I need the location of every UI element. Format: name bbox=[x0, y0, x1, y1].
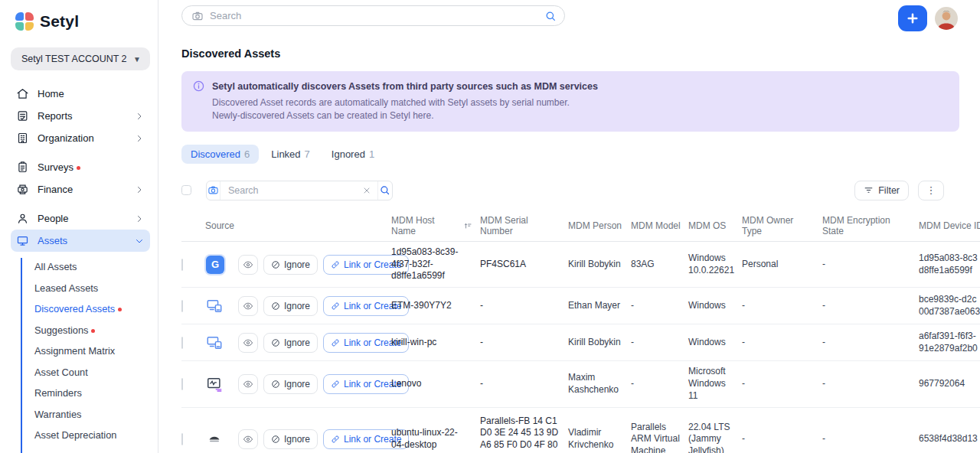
cell-encryption: - bbox=[822, 295, 919, 317]
sidebar-item-assets[interactable]: Assets bbox=[11, 230, 150, 252]
sidebar-item-label: Assets bbox=[38, 235, 67, 246]
sidebar-item-discovered-assets[interactable]: Discovered Assets bbox=[34, 298, 150, 320]
view-button[interactable] bbox=[238, 429, 258, 449]
col-person[interactable]: MDM Person bbox=[568, 220, 631, 231]
sidebar-item-asset-count[interactable]: Asset Count bbox=[34, 362, 150, 383]
account-name: Setyl TEST ACCOUNT 2 bbox=[21, 54, 127, 64]
chevron-right-icon bbox=[135, 214, 144, 223]
ignore-button[interactable]: Ignore bbox=[263, 333, 318, 353]
chevron-down-icon bbox=[135, 236, 144, 246]
cell-device-id: 6538f4d38d13 bbox=[919, 429, 980, 450]
banner-line-2: Discovered Asset records are automatical… bbox=[212, 96, 947, 109]
table-search[interactable] bbox=[206, 181, 393, 200]
surveys-icon bbox=[16, 161, 29, 174]
sidebar-item-surveys[interactable]: Surveys bbox=[11, 156, 150, 178]
global-search-input[interactable] bbox=[210, 10, 538, 21]
col-model[interactable]: MDM Model bbox=[631, 220, 688, 231]
banner-line-3: Newly-discovered Assets can be created i… bbox=[212, 109, 947, 122]
row-checkbox[interactable] bbox=[181, 337, 183, 349]
sidebar-item-label: Surveys bbox=[38, 161, 74, 173]
sidebar-item-organization[interactable]: Organization bbox=[11, 127, 150, 149]
global-search[interactable] bbox=[181, 5, 565, 26]
cell-owner: - bbox=[742, 295, 822, 317]
clear-search-icon[interactable] bbox=[356, 186, 377, 195]
google-g-icon: G bbox=[206, 256, 224, 274]
col-encryption-state[interactable]: MDM Encryption State bbox=[822, 215, 919, 236]
account-selector[interactable]: Setyl TEST ACCOUNT 2 ▼ bbox=[11, 47, 150, 70]
cell-model: Parallels ARM Virtual Machine bbox=[631, 417, 688, 453]
cell-owner: - bbox=[742, 373, 822, 395]
row-checkbox[interactable] bbox=[181, 433, 183, 445]
cell-device-id: 967792064 bbox=[919, 373, 980, 395]
linked-devices-icon bbox=[206, 298, 223, 314]
sidebar-item-asset-useful-lifecycle[interactable]: Asset Useful Lifecycle bbox=[34, 446, 150, 453]
ignore-button[interactable]: Ignore bbox=[263, 296, 318, 316]
col-host[interactable]: MDM Host Name bbox=[391, 215, 480, 236]
tab-count: 7 bbox=[305, 148, 310, 160]
sidebar-item-all-assets[interactable]: All Assets bbox=[34, 256, 150, 278]
cell-device-id: a6faf391-f6f3- 91e2879af2b0 bbox=[919, 326, 980, 360]
slash-circle-icon bbox=[271, 380, 280, 389]
sidebar-item-suggestions[interactable]: Suggestions bbox=[34, 320, 150, 341]
search-icon[interactable] bbox=[544, 10, 557, 22]
notification-dot bbox=[91, 329, 95, 333]
table-row: Ignore Link or Create Lenovo - Maxim Kas… bbox=[181, 361, 980, 407]
add-button[interactable] bbox=[898, 5, 927, 31]
tab-bar: Discovered6 Linked7 Ignored1 bbox=[181, 145, 980, 164]
sidebar-item-label: Finance bbox=[38, 184, 73, 195]
cell-os: 22.04 LTS (Jammy Jellyfish) bbox=[688, 417, 742, 453]
view-button[interactable] bbox=[238, 255, 258, 275]
cell-encryption: - bbox=[822, 429, 919, 450]
row-checkbox[interactable] bbox=[181, 300, 183, 312]
sidebar-item-asset-depreciation[interactable]: Asset Depreciation bbox=[34, 425, 150, 446]
table-row: Ignore Link or Create ubuntu-linux-22- 0… bbox=[181, 408, 980, 453]
assets-subnav: All Assets Leased Assets Discovered Asse… bbox=[11, 256, 150, 453]
sidebar-item-leased-assets[interactable]: Leased Assets bbox=[34, 278, 150, 299]
link-icon bbox=[331, 338, 340, 347]
row-checkbox[interactable] bbox=[181, 378, 183, 390]
setyl-logo-icon bbox=[15, 12, 34, 31]
cell-os: Windows bbox=[688, 295, 742, 317]
filter-button[interactable]: Filter bbox=[854, 181, 909, 200]
col-owner-type[interactable]: MDM Owner Type bbox=[742, 215, 822, 236]
sidebar-item-people[interactable]: People bbox=[11, 207, 150, 230]
sidebar-item-assignment-matrix[interactable]: Assignment Matrix bbox=[34, 341, 150, 362]
view-button[interactable] bbox=[238, 333, 258, 353]
col-device-id[interactable]: MDM Device ID bbox=[919, 220, 980, 231]
cell-owner: - bbox=[742, 429, 822, 450]
tab-count: 6 bbox=[244, 148, 250, 160]
ignore-button[interactable]: Ignore bbox=[263, 429, 318, 449]
chevron-down-icon: ▼ bbox=[133, 55, 141, 64]
select-all-checkbox[interactable] bbox=[181, 185, 191, 195]
row-checkbox[interactable] bbox=[181, 259, 183, 271]
sidebar-item-reports[interactable]: Reports bbox=[11, 105, 150, 127]
col-serial[interactable]: MDM Serial Number bbox=[480, 215, 568, 236]
tab-discovered[interactable]: Discovered6 bbox=[181, 145, 259, 164]
sidebar-item-home[interactable]: Home bbox=[11, 83, 150, 105]
linked-devices-icon bbox=[206, 334, 223, 351]
view-button[interactable] bbox=[238, 296, 258, 316]
tab-linked[interactable]: Linked7 bbox=[262, 145, 319, 164]
finance-icon bbox=[16, 183, 29, 196]
cell-device-id: 1d95a083-8c3 d8ffe1a6599f bbox=[919, 248, 980, 282]
app-window: Setyl Setyl TEST ACCOUNT 2 ▼ Home Report… bbox=[0, 0, 980, 453]
ignore-button[interactable]: Ignore bbox=[263, 255, 318, 275]
table-row: Ignore Link or Create kirill-win-pc - Ki… bbox=[181, 324, 980, 361]
sidebar-item-warranties[interactable]: Warranties bbox=[34, 404, 150, 425]
tab-ignored[interactable]: Ignored1 bbox=[322, 145, 384, 164]
table-search-input[interactable] bbox=[220, 185, 356, 196]
cell-host: 1d95a083-8c39- 4f37-b32f- d8ffe1a6599f bbox=[391, 242, 480, 287]
view-button[interactable] bbox=[238, 374, 258, 394]
sidebar-item-finance[interactable]: Finance bbox=[11, 178, 150, 200]
discovered-assets-table: Source MDM Host Name MDM Serial Number M… bbox=[181, 211, 980, 453]
col-os[interactable]: MDM OS bbox=[688, 220, 742, 231]
search-icon[interactable] bbox=[377, 181, 392, 200]
sidebar-nav: Home Reports Organization Surveys Financ… bbox=[11, 83, 150, 453]
main-content: Discovered Assets Setyl automatically di… bbox=[158, 0, 980, 453]
cell-encryption: - bbox=[822, 254, 919, 275]
ignore-button[interactable]: Ignore bbox=[263, 374, 318, 394]
user-avatar[interactable] bbox=[935, 7, 958, 30]
more-options-button[interactable]: ⋮ bbox=[918, 181, 944, 200]
chevron-right-icon bbox=[135, 185, 144, 194]
sidebar-item-reminders[interactable]: Reminders bbox=[34, 383, 150, 404]
